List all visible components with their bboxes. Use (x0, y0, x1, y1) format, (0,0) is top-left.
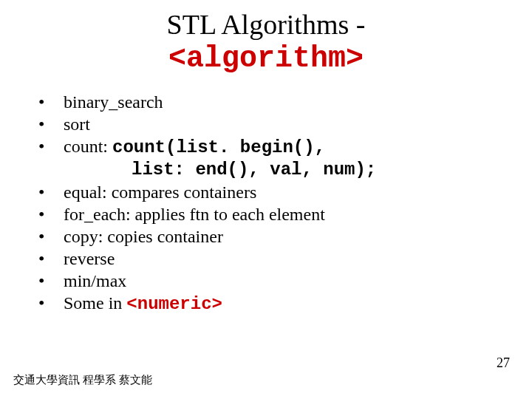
list-item: • min/max (35, 270, 532, 292)
slide: STL Algorithms - <algorithm> • binary_se… (0, 0, 532, 399)
list-item: • Some in <numeric> (35, 292, 532, 316)
count-prefix: count: (64, 137, 112, 156)
footer-credit: 交通大學資訊 程學系 蔡文能 (13, 373, 152, 387)
count-code-line2: list: end(), val, num); (132, 159, 532, 181)
bullet-text: sort (64, 113, 532, 135)
list-item: • count: count(list. begin(), (35, 135, 532, 159)
list-item: • binary_search (35, 91, 532, 113)
bullet-dot: • (35, 270, 64, 292)
bullet-dot: • (35, 225, 64, 248)
bullet-dot: • (35, 181, 64, 203)
list-item: • equal: compares containers (35, 181, 532, 203)
list-item: • for_each: applies ftn to each element (35, 203, 532, 225)
bullet-text: min/max (64, 270, 532, 292)
list-item: • copy: copies container (35, 225, 532, 248)
count-code-line1: count(list. begin(), (112, 137, 325, 157)
page-number: 27 (497, 355, 510, 371)
title-line2-code: <algorithm> (168, 42, 364, 75)
list-item: • reverse (35, 248, 532, 270)
bullet-dot: • (35, 91, 64, 113)
bullet-text: count: count(list. begin(), (64, 135, 532, 159)
bullet-dot: • (35, 292, 64, 314)
bullet-text: Some in <numeric> (64, 292, 532, 316)
bullet-text: reverse (64, 248, 532, 270)
bullet-text: copy: copies container (64, 225, 532, 248)
list-item: • sort (35, 113, 532, 135)
bullet-list: • binary_search • sort • count: count(li… (35, 91, 532, 316)
title-line1: STL Algorithms - (167, 9, 366, 40)
bullet-dot: • (35, 248, 64, 270)
bullet-dot: • (35, 113, 64, 135)
slide-title: STL Algorithms - <algorithm> (0, 0, 532, 76)
bullet-text: binary_search (64, 91, 532, 113)
numeric-code: <numeric> (126, 294, 222, 314)
bullet-dot: • (35, 135, 64, 157)
numeric-prefix: Some in (64, 293, 126, 313)
bullet-text: equal: compares containers (64, 181, 532, 203)
bullet-dot: • (35, 203, 64, 225)
bullet-text: for_each: applies ftn to each element (64, 203, 532, 225)
